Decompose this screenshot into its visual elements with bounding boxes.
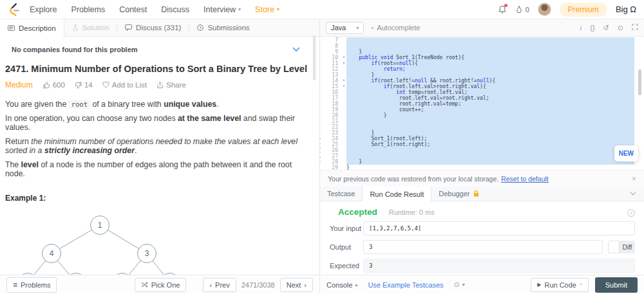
nav-item-interview[interactable]: Interview▾: [204, 5, 241, 14]
line-number[interactable]: 9: [320, 49, 346, 55]
tab-debugger[interactable]: Debugger: [431, 187, 486, 201]
code-line[interactable]: if(root.left.val>root.right.val){: [346, 84, 644, 89]
share-button[interactable]: Share: [156, 81, 186, 89]
line-number[interactable]: 7: [320, 37, 346, 43]
fold-arrow-icon[interactable]: ▾: [343, 60, 345, 66]
fold-arrow-icon[interactable]: ▾: [343, 55, 345, 60]
tab-testcase[interactable]: Testcase: [320, 187, 362, 201]
nav-item-store[interactable]: Store▾: [255, 5, 279, 14]
code-line[interactable]: Sort_1(root.left);: [346, 136, 644, 142]
panel-resize-handle[interactable]: [319, 138, 321, 162]
code-line[interactable]: if(root==null){: [346, 60, 644, 66]
like-button[interactable]: 600: [43, 81, 65, 89]
reset-to-default-link[interactable]: Reset to default: [501, 175, 549, 183]
line-number[interactable]: 13: [320, 72, 346, 78]
line-number[interactable]: 12: [320, 66, 346, 72]
autocomplete-toggle[interactable]: • Autocomplete: [371, 24, 420, 32]
line-number[interactable]: 22: [320, 124, 346, 130]
chevron-down-icon[interactable]: [292, 47, 300, 52]
reset-icon[interactable]: ↺: [603, 24, 609, 32]
tab-discuss[interactable]: Discuss (331): [117, 19, 189, 36]
code-line[interactable]: if(root.left!=null && root.right!=null){: [346, 78, 644, 84]
code-line[interactable]: }: [346, 113, 644, 118]
line-number[interactable]: 15▾: [320, 84, 346, 89]
submit-button[interactable]: Submit: [595, 277, 638, 293]
code-line[interactable]: root.left.val=root.right.val;: [346, 95, 644, 101]
line-number[interactable]: 27: [320, 153, 346, 159]
line-number[interactable]: 25: [320, 142, 346, 147]
use-example-testcases-link[interactable]: Use Example Testcases: [368, 281, 443, 289]
line-number[interactable]: 17: [320, 95, 346, 101]
streak-counter[interactable]: 0: [515, 5, 529, 14]
code-editor[interactable]: 78910▾11▾121314▾15▾161718192021222324252…: [320, 37, 644, 170]
line-number[interactable]: 14▾: [320, 78, 346, 84]
testcase-settings-button[interactable]: ⊙ ▾: [454, 280, 465, 289]
pick-one-button[interactable]: Pick One: [135, 278, 187, 292]
tab-submissions[interactable]: Submissions: [189, 19, 257, 36]
avatar[interactable]: [538, 3, 551, 16]
info-icon[interactable]: i: [580, 24, 582, 32]
line-number[interactable]: 11▾: [320, 60, 346, 66]
prev-button[interactable]: ‹ Prev: [203, 278, 236, 292]
line-number[interactable]: 23: [320, 130, 346, 136]
line-number[interactable]: 10▾: [320, 55, 346, 60]
code-line[interactable]: [346, 124, 644, 130]
line-number[interactable]: 28: [320, 159, 346, 165]
code-line[interactable]: }: [346, 165, 644, 170]
notifications-bell-icon[interactable]: [498, 5, 507, 14]
tab-solution[interactable]: Solution: [64, 19, 117, 36]
fold-arrow-icon[interactable]: ▾: [343, 78, 345, 84]
problems-list-button[interactable]: ≡ Problems: [6, 277, 57, 293]
tab-run-code-result[interactable]: Run Code Result: [362, 187, 431, 201]
leetcode-logo-icon[interactable]: [8, 3, 21, 17]
nav-item-contest[interactable]: Contest: [119, 5, 147, 14]
next-button[interactable]: Next ›: [280, 278, 313, 292]
left-scrollbar[interactable]: [313, 35, 316, 80]
code-line[interactable]: }: [346, 159, 644, 165]
code-line[interactable]: root.right.val=temp;: [346, 101, 644, 107]
nav-item-discuss[interactable]: Discuss: [161, 5, 189, 14]
code-line[interactable]: [346, 43, 644, 49]
line-number[interactable]: 20: [320, 113, 346, 118]
tab-description[interactable]: Description: [0, 19, 64, 37]
code-line[interactable]: return;: [346, 66, 644, 72]
close-icon[interactable]: ×: [632, 174, 636, 183]
format-braces-icon[interactable]: {}: [590, 24, 594, 32]
input-field[interactable]: [1,3,2,7,6,5,4]: [363, 221, 635, 235]
code-line[interactable]: count++;: [346, 107, 644, 113]
username[interactable]: Big Ω: [616, 5, 636, 14]
chevron-down-icon[interactable]: [630, 192, 644, 196]
new-badge[interactable]: NEW: [614, 145, 638, 161]
run-code-button[interactable]: ▶ Run Code ^: [531, 278, 588, 292]
help-icon[interactable]: ?: [627, 209, 635, 217]
line-number[interactable]: 16: [320, 89, 346, 95]
line-number[interactable]: 19: [320, 107, 346, 113]
diff-toggle[interactable]: Diff: [608, 241, 635, 253]
console-button[interactable]: Console ▴: [327, 281, 357, 289]
fold-arrow-icon[interactable]: ▾: [343, 84, 345, 89]
nav-item-explore[interactable]: Explore: [30, 5, 57, 14]
code-line[interactable]: Sort_1(root.right);: [346, 142, 644, 147]
nav-item-problems[interactable]: Problems: [71, 5, 105, 14]
settings-icon[interactable]: ⊙: [618, 24, 623, 32]
code-line[interactable]: [346, 37, 644, 43]
code-line[interactable]: [346, 153, 644, 159]
line-number[interactable]: 26: [320, 147, 346, 153]
premium-button[interactable]: Premium: [560, 3, 607, 17]
code-line[interactable]: public void Sort_1(TreeNode root){: [346, 55, 644, 60]
code-line[interactable]: int temp=root.left.val;: [346, 89, 644, 95]
line-number[interactable]: 24: [320, 136, 346, 142]
line-number[interactable]: 21: [320, 118, 346, 124]
code-line[interactable]: }: [346, 130, 644, 136]
dislike-button[interactable]: 14: [75, 81, 93, 89]
editor-code-area[interactable]: } public void Sort_1(TreeNode root){ if(…: [346, 37, 644, 170]
add-to-list-button[interactable]: Add to List: [102, 81, 147, 89]
fullscreen-icon[interactable]: [632, 24, 638, 32]
language-select[interactable]: Java ▾: [326, 22, 364, 34]
code-line[interactable]: }: [346, 49, 644, 55]
code-line[interactable]: [346, 147, 644, 153]
code-line[interactable]: }: [346, 72, 644, 78]
code-line[interactable]: [346, 118, 644, 124]
line-number[interactable]: 29: [320, 165, 346, 170]
line-number[interactable]: 18: [320, 101, 346, 107]
